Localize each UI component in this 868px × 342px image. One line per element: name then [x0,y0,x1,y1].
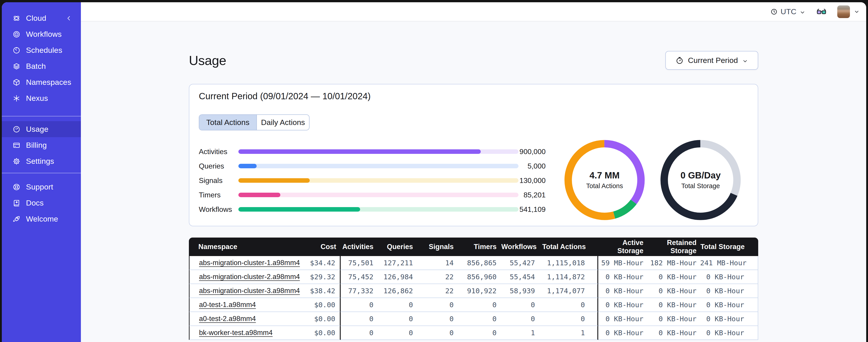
main-content: Usage Current Period Current Period (09/… [81,22,866,342]
namespace-link[interactable]: abs-migration-cluster-1.a98mm4 [199,259,300,267]
sidebar-item-namespaces[interactable]: Namespaces [2,74,81,90]
cell-active-storage: 0 KB-Hour [598,326,647,340]
sidebar-item-support[interactable]: Support [2,179,81,195]
total-storage-value: 0 GB/Day [680,170,721,180]
cell-total-storage: 0 KB-Hour [700,270,758,284]
column-header-active-storage: Active Storage [598,238,647,256]
table-row: a0-test-1.a98mm4$0.000000000 KB-Hour0 KB… [189,298,758,312]
total-actions-label: Total Actions [586,182,623,190]
sidebar-item-docs[interactable]: Docs [2,195,81,211]
workflows-icon [12,30,21,38]
total-actions-value: 4.7 MM [589,170,619,180]
timezone-selector[interactable]: UTC [770,7,806,16]
tab-total-actions[interactable]: Total Actions [199,115,256,130]
bar-row-timers: Timers85,201 [199,188,546,202]
user-avatar[interactable] [837,5,850,18]
cell-cost: $0.00 [305,298,341,312]
total-storage-label: Total Storage [681,182,720,190]
sidebar-item-welcome[interactable]: Welcome [2,211,81,227]
cell-total-storage: 0 KB-Hour [700,326,758,340]
cell-retained-storage: 182 MB-Hour [647,256,700,270]
billing-icon [12,141,21,149]
glasses-theme-icon[interactable] [816,6,827,17]
table-header-row: NamespaceCostActivitiesQueriesSignalsTim… [189,238,758,256]
batch-icon [12,62,21,70]
timezone-label: UTC [781,7,796,16]
sidebar-item-label: Schedules [26,46,62,55]
support-icon [12,183,21,191]
column-header-total-actions: Total Actions [539,238,598,256]
namespace-link[interactable]: abs-migration-cluster-2.a98mm4 [199,273,300,281]
cell-cost: $34.42 [305,256,341,270]
cell-active-storage: 0 KB-Hour [598,312,647,326]
tab-daily-actions[interactable]: Daily Actions [256,115,309,130]
cell-retained-storage: 0 KB-Hour [647,270,700,284]
bar-fill [238,178,310,183]
cell-retained-storage: 0 KB-Hour [647,298,700,312]
bar-fill [238,164,257,168]
sidebar-brand-cloud[interactable]: Cloud [2,10,81,26]
sidebar-item-workflows[interactable]: Workflows [2,26,81,42]
cell-total-storage: 0 KB-Hour [700,312,758,326]
sidebar-collapse-chevron-left-icon[interactable] [65,15,72,22]
temporal-cloud-icon [12,14,21,22]
bar-track [238,207,519,212]
cell-total-actions: 0 [539,298,598,312]
cell-signals: 0 [417,312,458,326]
cell-activities: 75,501 [341,256,378,270]
namespace-link[interactable]: a0-test-1.a98mm4 [199,301,256,309]
sidebar-item-billing[interactable]: Billing [2,137,81,153]
bar-row-queries: Queries5,000 [199,159,546,173]
sidebar-item-label: Batch [26,62,46,71]
sidebar-item-label: Support [26,182,53,191]
sidebar-item-usage[interactable]: Usage [2,121,81,137]
column-header-queries: Queries [378,238,417,256]
cell-total-actions: 1,174,077 [539,284,598,298]
cell-active-storage: 0 KB-Hour [598,270,647,284]
sidebar-item-label: Welcome [26,214,58,223]
cell-total-actions: 1 [539,326,598,340]
cell-retained-storage: 0 KB-Hour [647,312,700,326]
period-button-label: Current Period [688,56,738,65]
namespaces-icon [12,78,21,87]
namespace-link[interactable]: bk-worker-test.a98mm4 [199,329,273,337]
bar-row-signals: Signals130,000 [199,173,546,188]
table-row: abs-migration-cluster-2.a98mm4$29.3275,4… [189,270,758,284]
docs-icon [12,199,21,207]
nexus-icon [12,94,21,102]
page-title: Usage [189,53,226,68]
cell-active-storage: 0 KB-Hour [598,298,647,312]
namespace-link[interactable]: abs-migration-cluster-3.a98mm4 [199,287,300,295]
cell-total-storage: 0 KB-Hour [700,284,758,298]
total-actions-donut: 4.7 MM Total Actions [564,140,645,220]
cell-queries: 0 [378,326,417,340]
cell-retained-storage: 0 KB-Hour [647,326,700,340]
sidebar-item-label: Workflows [26,30,62,39]
cell-namespace: a0-test-1.a98mm4 [189,298,305,312]
sidebar-item-batch[interactable]: Batch [2,58,81,74]
sidebar-item-label: Docs [26,199,43,207]
cell-cost: $38.42 [305,284,341,298]
sidebar-item-settings[interactable]: Settings [2,153,81,169]
chevron-down-icon [742,57,748,64]
user-menu[interactable] [837,5,860,18]
namespace-link[interactable]: a0-test-2.a98mm4 [199,315,256,322]
bar-value: 5,000 [519,162,546,170]
cell-total-actions: 0 [539,312,598,326]
sidebar-item-nexus[interactable]: Nexus [2,90,81,106]
cell-timers: 856,865 [458,256,501,270]
cell-active-storage: 0 KB-Hour [598,284,647,298]
table-row: abs-migration-cluster-1.a98mm4$34.4275,5… [189,256,758,270]
period-selector-button[interactable]: Current Period [665,51,758,70]
sidebar-item-schedules[interactable]: Schedules [2,42,81,58]
cell-timers: 910,922 [458,284,501,298]
cell-timers: 0 [458,326,501,340]
app-window: Cloud WorkflowsSchedulesBatchNamespacesN… [2,2,866,342]
actions-tabs: Total ActionsDaily Actions [199,114,310,130]
cell-timers: 0 [458,298,501,312]
sidebar: Cloud WorkflowsSchedulesBatchNamespacesN… [2,2,81,342]
column-header-cost: Cost [305,238,341,256]
sidebar-item-label: Namespaces [26,78,71,87]
column-header-activities: Activities [341,238,378,256]
cell-activities: 77,332 [341,284,378,298]
